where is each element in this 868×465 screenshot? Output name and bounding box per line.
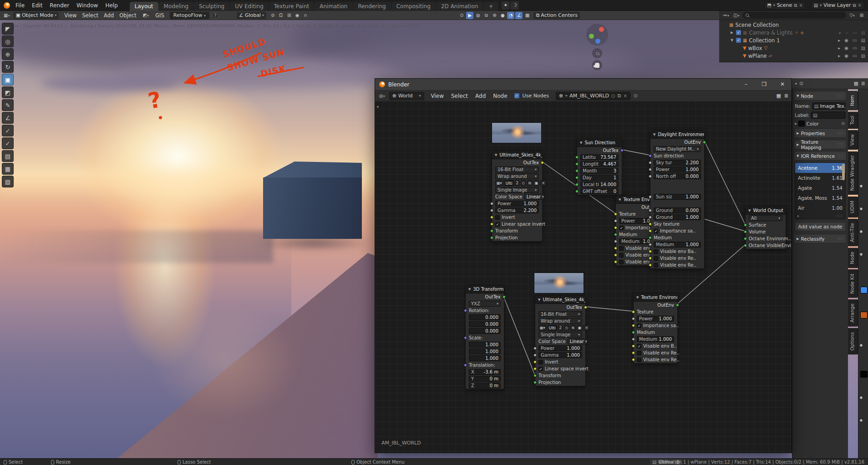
sphere-icon[interactable]: ● (499, 12, 506, 19)
unlink-icon[interactable]: × (623, 93, 627, 98)
tool-move[interactable]: ⊕ (2, 48, 14, 60)
fake-user-icon[interactable]: ◇ (521, 180, 526, 186)
tab-node-wrangler[interactable]: Node Wrangler (848, 151, 858, 195)
help-icon[interactable]: ? (212, 12, 218, 19)
collapse-icon[interactable]: ▼ (495, 153, 497, 157)
number-field[interactable]: 0.000 (469, 314, 501, 320)
number-field[interactable]: 0.000 (469, 321, 501, 327)
hide-icon[interactable]: ◉ (844, 45, 848, 51)
ior-row-agate-moss[interactable]: Agate, Moss1.54 (795, 193, 845, 203)
menu-node[interactable]: Node (489, 93, 511, 99)
tool-measure[interactable]: ∠ (2, 112, 14, 124)
checkbox[interactable] (654, 249, 658, 254)
pin-icon[interactable]: ⊙ (799, 81, 803, 86)
tool-retopo-check-a[interactable]: ✓ (2, 125, 14, 136)
node-header[interactable]: ▼World Output (746, 207, 786, 215)
user-count[interactable]: 2 (515, 180, 520, 186)
collapse-icon[interactable]: ▼ (653, 133, 655, 136)
menu-add[interactable]: Add (472, 93, 489, 99)
node-world-output[interactable]: ▼World OutputAll▾SurfaceVolumeOctane Env… (745, 206, 786, 249)
viewport-visibility-icon[interactable]: ▭ (853, 30, 857, 35)
dropdown[interactable]: 16-Bit Float▾ (538, 311, 582, 317)
drag-dots-icon[interactable]: :::: (837, 94, 844, 98)
collection-checkbox[interactable]: ✓ (736, 30, 741, 35)
number-field[interactable]: Power1.000 (538, 345, 582, 351)
number-field[interactable]: X-3.6 m (469, 369, 501, 375)
node-image-texture-1[interactable]: ▼Ultimate_Skies_4k_0068.exrOutTex16-Bit … (492, 151, 543, 242)
menu-add[interactable]: Add (101, 12, 117, 19)
dropdown[interactable]: All▾ (749, 215, 782, 221)
tab-node[interactable]: Node (848, 248, 858, 268)
checkbox[interactable]: ✓ (495, 222, 500, 227)
dropdown[interactable]: Single Image▾ (495, 187, 539, 193)
render-visibility-icon[interactable]: ▤ (861, 38, 865, 43)
hide-icon[interactable]: ◉ (844, 38, 848, 43)
moon-phase-icon[interactable]: ☽ (511, 1, 519, 10)
selectable-icon[interactable]: ▸ (838, 45, 840, 51)
outliner-row-collection-1[interactable]: ▼✓▦Collection 1▸◉▭▤ (719, 36, 868, 44)
label-field[interactable]: ▤ (811, 111, 846, 119)
collapse-icon[interactable]: ▼ (748, 209, 751, 212)
close-icon[interactable]: × (858, 3, 862, 8)
dropdown[interactable]: 16-Bit Float▾ (495, 167, 539, 172)
copy-icon[interactable]: ⧉ (618, 93, 621, 99)
workspace-tab-texture-paint[interactable]: Texture Paint (269, 2, 314, 11)
editor-type-icon[interactable]: ▦▾ (3, 12, 10, 19)
editor-menu-icon[interactable]: ≣ (784, 93, 788, 99)
number-field[interactable]: Medium1.000 (654, 242, 701, 248)
collection-checkbox[interactable]: ✓ (736, 38, 741, 43)
number-field[interactable]: Medium1.000 (637, 336, 674, 342)
menu-view[interactable]: View (427, 93, 447, 99)
number-field[interactable]: Gamma2.200 (495, 207, 539, 213)
close-icon[interactable]: × (540, 180, 546, 186)
user-count[interactable]: 2 (558, 325, 563, 331)
number-field[interactable]: Gamma1.000 (538, 352, 582, 358)
workspace-tab-rendering[interactable]: Rendering (353, 2, 391, 11)
menu-view[interactable]: View (61, 12, 79, 19)
ior-row-acetone[interactable]: Acetone1.36 (795, 163, 845, 173)
tool-select-circle[interactable]: ◎ (2, 35, 14, 47)
collapse-icon[interactable]: ▼ (636, 296, 639, 299)
panel-properties[interactable]: ▶Properties:::: (794, 128, 847, 138)
node-header[interactable]: ▼Texture Environment (634, 293, 677, 302)
checkbox[interactable] (619, 253, 624, 258)
workspace-tab-modeling[interactable]: Modeling (159, 2, 194, 11)
tool-annotate[interactable]: ✎ (2, 99, 14, 111)
color-swatch[interactable] (860, 287, 868, 293)
checkbox[interactable]: ✓ (619, 226, 624, 230)
gizmo-arrow-icon[interactable]: ▶ (466, 12, 473, 19)
gizmo-sphere-icon[interactable]: ◍ (474, 12, 482, 19)
orientation-widget-icon[interactable]: ◩▾ (142, 12, 150, 19)
dropdown[interactable]: Linear▾ (568, 339, 588, 344)
fake-user-icon[interactable]: ◇ (564, 325, 569, 331)
checkbox[interactable] (654, 256, 658, 261)
tab-udim[interactable]: UDIM (848, 197, 858, 217)
number-field[interactable]: Latitu73.567 (580, 154, 619, 160)
grid-icon[interactable]: ▩ (523, 12, 531, 19)
number-field[interactable]: 1.000 (469, 349, 501, 354)
node-daylight-environment[interactable]: ▼Daylight EnvironmentOutEnvNew Daylight … (650, 130, 705, 269)
region-collapse-icon[interactable]: ◂ (376, 104, 379, 109)
workspace-tab-layout[interactable]: Layout (130, 2, 158, 11)
copy-icon[interactable]: ⧉ (527, 180, 533, 186)
dropdown[interactable]: Linear▾ (524, 194, 544, 200)
color-swatch[interactable] (860, 371, 868, 378)
editor-menu-icon[interactable]: ≣ (861, 81, 865, 86)
panel-reclassify[interactable]: ▶Reclassify:::: (794, 234, 847, 243)
pin-icon[interactable]: ⊙ (634, 93, 638, 99)
checkbox[interactable] (619, 246, 624, 251)
outliner-row-wplane[interactable]: ▼wPlane▱▸◉▭▤ (719, 52, 868, 60)
selectable-icon[interactable]: ▸ (838, 38, 840, 43)
tab-anti-tile[interactable]: Anti-Tile (848, 219, 858, 246)
dropdown[interactable]: Wrap around▾ (495, 173, 539, 179)
render-visibility-icon[interactable]: ▤ (861, 45, 865, 51)
dropdown[interactable]: YXZ▾ (469, 301, 501, 307)
navigation-gizmo[interactable] (586, 24, 608, 45)
viewport-visibility-icon[interactable]: ▭ (853, 38, 857, 43)
node-image-texture-2[interactable]: ▼Ultimate_Skies_4k_0068.exrOutTex16-Bit … (535, 295, 586, 386)
transform-orientation[interactable]: ∠ Global ▾ (237, 12, 266, 19)
number-field[interactable]: Ground1.000 (654, 214, 701, 220)
menu-select[interactable]: Select (79, 12, 101, 19)
blender-logo-icon[interactable] (4, 2, 10, 9)
number-field[interactable]: Power1.000 (654, 167, 701, 172)
